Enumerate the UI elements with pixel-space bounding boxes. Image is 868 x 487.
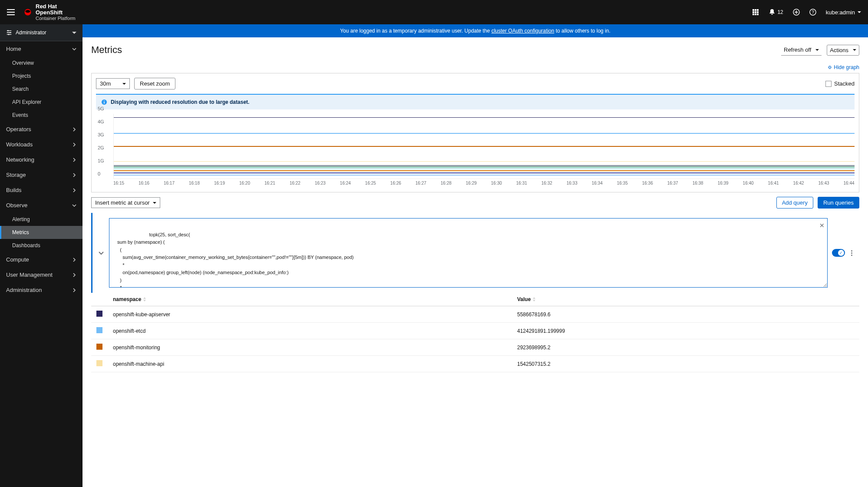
brand-line3: Container Platform [36, 16, 76, 21]
chart-series[interactable] [114, 166, 855, 167]
chart-series[interactable] [114, 133, 855, 134]
alert-text: Displaying with reduced resolution due t… [111, 99, 249, 105]
table-row[interactable]: openshift-machine-api 1542507315.2 [91, 356, 859, 372]
svg-rect-7 [757, 11, 759, 13]
add-icon[interactable] [793, 9, 800, 16]
nav-observe[interactable]: Observe [0, 198, 83, 213]
nav-networking[interactable]: Networking [0, 152, 83, 167]
chevron-down-icon [72, 47, 76, 51]
query-enabled-toggle[interactable] [832, 249, 845, 257]
caret-down-icon [815, 48, 819, 52]
chart-series[interactable] [114, 175, 855, 176]
series-swatch [96, 344, 102, 350]
chevron-right-icon [72, 173, 76, 177]
nav-home[interactable]: Home [0, 41, 83, 56]
chart-series[interactable] [114, 169, 855, 170]
svg-point-15 [10, 32, 11, 33]
svg-point-14 [7, 30, 9, 31]
caret-down-icon [122, 82, 126, 86]
svg-rect-2 [752, 9, 754, 11]
cell-namespace: openshift-kube-apiserver [108, 306, 512, 323]
user-menu[interactable]: kube:admin [826, 9, 861, 16]
cell-namespace: openshift-monitoring [108, 339, 512, 356]
cell-value: 2923698995.2 [512, 339, 859, 356]
actions-dropdown[interactable]: Actions [827, 45, 859, 56]
chevron-right-icon [72, 288, 76, 292]
chart-series[interactable] [114, 172, 855, 173]
query-textarea[interactable]: ✕topk(25, sort_desc( sum by (namespace) … [109, 218, 828, 288]
nav-storage[interactable]: Storage [0, 167, 83, 182]
chart-series[interactable] [114, 170, 855, 171]
top-header: Red Hat OpenShift Container Platform 12 … [0, 0, 868, 24]
metrics-chart[interactable]: 16:1516:1616:1716:1816:1916:2016:2116:22… [92, 114, 859, 192]
table-row[interactable]: openshift-monitoring 2923698995.2 [91, 339, 859, 356]
banner-link[interactable]: cluster OAuth configuration [492, 28, 554, 34]
nav-search[interactable]: Search [0, 83, 83, 96]
svg-rect-3 [755, 9, 756, 11]
timerange-select[interactable]: 30m [96, 78, 130, 89]
cell-namespace: openshift-etcd [108, 323, 512, 339]
banner-suffix: to allow others to log in. [554, 28, 610, 34]
chart-series[interactable] [114, 168, 855, 169]
series-swatch [96, 311, 102, 317]
refresh-dropdown[interactable]: Refresh off [781, 45, 822, 56]
col-namespace[interactable]: namespace [108, 293, 512, 306]
nav-compute[interactable]: Compute [0, 252, 83, 267]
query-panel: ✕topk(25, sort_desc( sum by (namespace) … [91, 213, 859, 293]
table-row[interactable]: openshift-kube-apiserver 5586678169.6 [91, 306, 859, 323]
svg-rect-18 [104, 102, 105, 103]
chart-series[interactable] [114, 146, 855, 147]
run-queries-button[interactable]: Run queries [818, 197, 859, 209]
chart-series[interactable] [114, 165, 855, 166]
resolution-alert: Displaying with reduced resolution due t… [96, 94, 855, 109]
info-icon [101, 99, 107, 105]
svg-rect-8 [752, 13, 754, 15]
cell-namespace: openshift-machine-api [108, 356, 512, 372]
nav-overview[interactable]: Overview [0, 56, 83, 70]
apps-icon[interactable] [752, 9, 759, 16]
page-title: Metrics [91, 44, 122, 56]
user-name: kube:admin [826, 9, 855, 16]
nav-events[interactable]: Events [0, 109, 83, 122]
svg-rect-5 [752, 11, 754, 13]
nav-dashboards[interactable]: Dashboards [0, 239, 83, 252]
hamburger-icon[interactable] [7, 9, 15, 15]
chevron-right-icon [72, 127, 76, 132]
insert-metric-dropdown[interactable]: Insert metric at cursor [91, 197, 160, 208]
col-value[interactable]: Value [512, 293, 859, 306]
perspective-label: Administrator [16, 30, 46, 36]
chart-series[interactable] [114, 117, 855, 118]
nav-workloads[interactable]: Workloads [0, 137, 83, 152]
clear-query-icon[interactable]: ✕ [819, 221, 825, 230]
nav-projects[interactable]: Projects [0, 70, 83, 83]
nav-builds[interactable]: Builds [0, 182, 83, 198]
series-swatch [96, 360, 102, 366]
cell-value: 4124291891.199999 [512, 323, 859, 339]
chevron-right-icon [72, 142, 76, 147]
nav-alerting[interactable]: Alerting [0, 213, 83, 226]
brand-line2: OpenShift [36, 9, 63, 16]
perspective-switcher[interactable]: Administrator [0, 24, 83, 41]
series-swatch [96, 327, 102, 333]
chart-series[interactable] [114, 161, 855, 162]
notifications-button[interactable]: 12 [769, 9, 783, 16]
notif-count: 12 [777, 9, 783, 15]
add-query-button[interactable]: Add query [776, 197, 813, 209]
stacked-checkbox[interactable] [825, 81, 832, 87]
chevron-down-icon[interactable] [98, 249, 105, 256]
nav-usermgmt[interactable]: User Management [0, 267, 83, 282]
reset-zoom-button[interactable]: Reset zoom [134, 78, 175, 89]
table-row[interactable]: openshift-etcd 4124291891.199999 [91, 323, 859, 339]
brand: Red Hat OpenShift Container Platform [23, 3, 76, 21]
help-icon[interactable]: ? [809, 9, 816, 16]
nav-metrics[interactable]: Metrics [0, 226, 83, 239]
banner-prefix: You are logged in as a temporary adminis… [340, 28, 491, 34]
nav-administration[interactable]: Administration [0, 282, 83, 298]
hide-graph-link[interactable]: Hide graph [91, 63, 859, 73]
query-kebab-menu[interactable] [849, 248, 854, 258]
sort-icon [532, 297, 536, 301]
nav-apiexplorer[interactable]: API Explorer [0, 96, 83, 109]
nav-operators[interactable]: Operators [0, 122, 83, 137]
sidebar: Administrator Home Overview Projects Sea… [0, 24, 83, 487]
svg-rect-9 [755, 13, 756, 15]
